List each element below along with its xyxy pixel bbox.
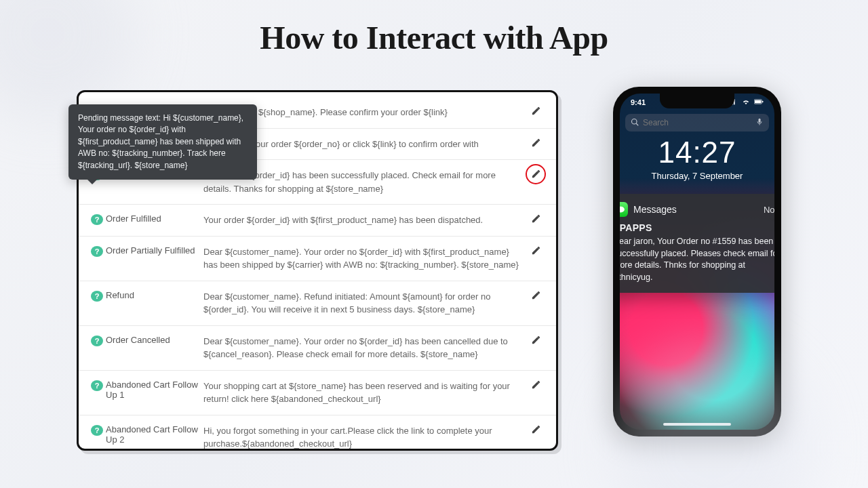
svg-rect-6 (762, 101, 763, 103)
notification-app-name: Messages (633, 204, 758, 215)
wifi-icon (741, 98, 751, 106)
notification-sender: SPAPPS (620, 222, 774, 233)
mic-icon[interactable] (755, 117, 764, 129)
template-label: Abandoned Cart Follow Up 2 (106, 424, 203, 445)
pending-message-tooltip: Pending message text: Hi ${customer_name… (68, 104, 257, 180)
clock-date: Thursday, 7 September (620, 171, 774, 181)
template-row: ?Abandoned Cart Follow Up 1Your shopping… (79, 371, 556, 415)
template-row: ?Order CancelledDear ${customer_name}. Y… (79, 326, 556, 371)
svg-line-8 (636, 123, 638, 125)
svg-rect-5 (755, 100, 762, 103)
search-input[interactable] (643, 118, 751, 127)
help-icon[interactable]: ? (91, 246, 103, 257)
help-icon[interactable]: ? (91, 380, 103, 391)
template-message: Your shopping cart at ${store_name} has … (203, 380, 521, 406)
template-message: Dear ${customer_name}. Your order no ${o… (203, 335, 521, 361)
template-label: Order Fulfilled (106, 214, 203, 224)
phone-mockup: 9:41 14:27 T (613, 87, 781, 436)
help-icon[interactable]: ? (91, 291, 103, 302)
template-message: Hi, you forgot something in your cart.Pl… (203, 424, 521, 451)
svg-rect-9 (759, 119, 761, 123)
template-message: Your order ${order_id} with ${first_prod… (203, 214, 521, 227)
home-indicator[interactable] (663, 423, 731, 426)
notification-card[interactable]: Messages Now SPAPPS Dear jaron, Your Ord… (620, 194, 774, 293)
template-row: ?Order FulfilledYour order ${order_id} w… (79, 205, 556, 237)
svg-point-7 (632, 119, 637, 125)
messages-app-icon (620, 202, 628, 217)
template-row: ?Order Partially FulfilledDear ${custome… (79, 237, 556, 281)
clock-time: 14:27 (620, 136, 774, 169)
battery-icon (754, 98, 764, 106)
phone-notch (660, 94, 734, 108)
template-label: Abandoned Cart Follow Up 1 (106, 380, 203, 400)
edit-button[interactable] (528, 424, 544, 434)
edit-button[interactable] (528, 245, 544, 256)
template-message: Dear ${customer_name}. Your order no ${o… (203, 245, 521, 272)
edit-button[interactable] (528, 214, 544, 224)
edit-button[interactable] (528, 169, 544, 179)
edit-button[interactable] (528, 335, 544, 345)
template-row: ?RefundDear ${customer_name}. Refund ini… (79, 281, 556, 326)
notification-time: Now (764, 205, 774, 215)
edit-button[interactable] (528, 380, 544, 390)
template-label: Refund (106, 290, 203, 300)
search-icon (631, 117, 639, 129)
status-time: 9:41 (631, 98, 646, 106)
edit-button[interactable] (528, 106, 544, 116)
lock-screen-clock: 14:27 Thursday, 7 September (620, 136, 774, 181)
edit-button[interactable] (528, 290, 544, 300)
help-icon[interactable]: ? (91, 425, 103, 436)
help-icon[interactable]: ? (91, 336, 103, 346)
help-icon[interactable]: ? (91, 214, 103, 225)
page-title: How to Interact with App (0, 0, 868, 56)
template-row: ?Abandoned Cart Follow Up 2Hi, you forgo… (79, 415, 556, 451)
spotlight-search[interactable] (625, 114, 769, 131)
edit-button[interactable] (528, 138, 544, 148)
template-label: Order Cancelled (106, 335, 203, 345)
template-label: Order Partially Fulfilled (106, 245, 203, 256)
notification-body: Dear jaron, Your Order no #1559 has been… (620, 236, 774, 283)
template-message: Dear ${customer_name}. Refund initiated:… (203, 290, 521, 317)
